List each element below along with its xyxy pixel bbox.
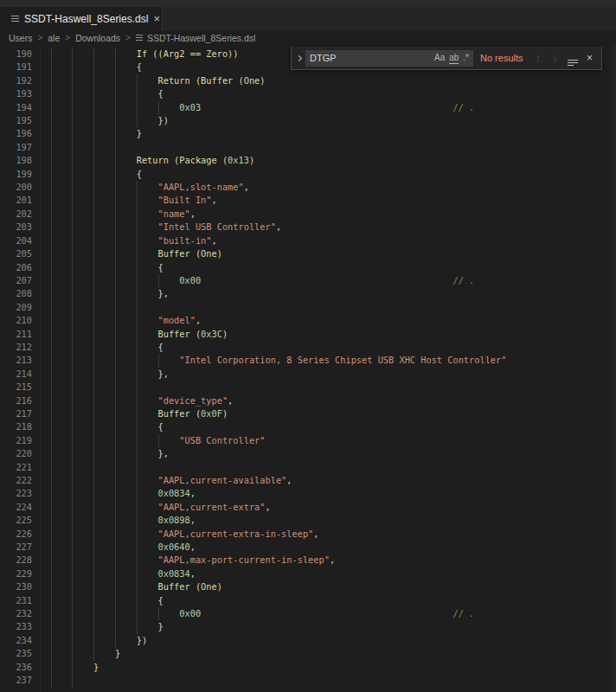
code-text: "Built In", (32, 194, 217, 207)
line-number: 224 (0, 501, 32, 514)
close-icon[interactable]: × (582, 52, 597, 64)
indent-guide (93, 461, 94, 474)
code-line[interactable]: 215 (0, 381, 616, 394)
code-line[interactable]: 230Buffer (One) (0, 580, 616, 593)
code-line[interactable]: 195}) (0, 114, 616, 127)
breadcrumb-item-file[interactable]: SSDT-Haswell_8Series.dsl (136, 33, 255, 43)
line-number: 191 (0, 61, 32, 74)
code-line[interactable]: 209 (0, 301, 616, 314)
code-line[interactable]: 235} (0, 647, 616, 660)
next-match-icon[interactable]: ↓ (548, 52, 562, 64)
line-number: 221 (0, 461, 32, 474)
line-number: 195 (0, 114, 32, 127)
breadcrumb-item-downloads[interactable]: Downloads (75, 33, 120, 43)
indent-guide (72, 381, 73, 394)
line-number: 211 (0, 328, 32, 341)
code-line[interactable]: 2070x00// . (0, 274, 616, 287)
code-line[interactable]: 203"Intel USB Controller", (0, 221, 616, 234)
code-line[interactable]: 217Buffer (0x0F) (0, 407, 616, 420)
code-text: 0x0898, (32, 514, 196, 527)
code-line[interactable]: 204"built-in", (0, 234, 616, 247)
regex-icon[interactable]: .* (463, 53, 469, 63)
chevron-separator: > (125, 33, 131, 42)
code-line[interactable]: 236} (0, 661, 616, 674)
code-line[interactable]: 200"AAPL,slot-name", (0, 181, 616, 194)
close-icon[interactable]: × (153, 13, 160, 24)
line-number: 230 (0, 580, 32, 593)
code-line[interactable]: 226"AAPL,current-extra-in-sleep", (0, 528, 616, 541)
line-number: 210 (0, 314, 32, 327)
find-results-status: No results (480, 53, 523, 63)
code-line[interactable]: 222"AAPL,current-available", (0, 474, 616, 487)
scrollbar[interactable] (612, 45, 616, 692)
code-line[interactable]: 206{ (0, 261, 616, 274)
code-text: "AAPL,current-extra-in-sleep", (32, 528, 318, 541)
breadcrumb-item-ale[interactable]: ale (48, 33, 60, 43)
line-number: 215 (0, 381, 32, 394)
code-line[interactable]: 1940x03// . (0, 101, 616, 114)
code-text: { (32, 87, 164, 100)
code-line[interactable]: 198Return (Package (0x13) (0, 154, 616, 167)
indent-guide (115, 141, 116, 154)
previous-match-icon[interactable]: ↑ (530, 52, 545, 64)
tab-title: SSDT-Haswell_8Series.dsl (24, 13, 148, 25)
code-line[interactable]: 2270x0640, (0, 541, 616, 554)
code-text: Buffer (One) (32, 580, 222, 593)
code-line[interactable]: 220}, (0, 447, 616, 460)
match-case-icon[interactable]: Aa (434, 53, 445, 63)
code-line[interactable]: 199{ (0, 168, 616, 181)
indent-guide (115, 461, 116, 474)
code-line[interactable]: 2250x0898, (0, 514, 616, 527)
code-line[interactable]: 202"name", (0, 208, 616, 221)
code-line[interactable]: 196} (0, 127, 616, 140)
find-in-selection-icon[interactable] (565, 51, 580, 66)
code-line[interactable]: 221 (0, 461, 616, 474)
code-line[interactable]: 234}) (0, 634, 616, 647)
code-text: Buffer (0x0F) (32, 407, 228, 420)
code-line[interactable]: 210"model", (0, 314, 616, 327)
code-line[interactable]: 237 (0, 674, 616, 687)
line-number: 218 (0, 420, 32, 433)
code-text: "built-in", (32, 234, 217, 247)
breadcrumb-item-users[interactable]: Users (9, 33, 32, 43)
trailing-comment: // . (453, 274, 475, 287)
code-line[interactable]: 231{ (0, 594, 616, 607)
code-line[interactable]: 216"device_type", (0, 394, 616, 407)
code-line[interactable]: 212{ (0, 341, 616, 354)
code-line[interactable]: 224"AAPL,current-extra", (0, 501, 616, 514)
code-line[interactable]: 208}, (0, 287, 616, 300)
indent-guide (115, 381, 116, 394)
line-number: 212 (0, 341, 32, 354)
code-line[interactable]: 233} (0, 620, 616, 633)
tab-ssdt-file[interactable]: SSDT-Haswell_8Series.dsl × (0, 7, 163, 30)
whole-word-icon[interactable]: ab (449, 53, 459, 64)
line-number: 219 (0, 434, 32, 447)
line-number: 232 (0, 607, 32, 620)
line-number: 193 (0, 87, 32, 100)
code-line[interactable]: 201"Built In", (0, 194, 616, 207)
code-editor[interactable]: 190If ((Arg2 == Zero))191{192Return (Buf… (0, 45, 616, 692)
code-line[interactable]: 2290x0834, (0, 567, 616, 580)
code-line[interactable]: 193{ (0, 87, 616, 100)
code-text: { (32, 420, 164, 433)
code-text: "Intel USB Controller", (32, 221, 281, 234)
code-line[interactable]: 197 (0, 141, 616, 154)
line-number: 216 (0, 394, 32, 407)
code-line[interactable]: 214}, (0, 368, 616, 381)
code-text: "model", (32, 314, 201, 327)
code-line[interactable]: 213"Intel Corporation, 8 Series Chipset … (0, 354, 616, 367)
code-line[interactable]: 2230x0834, (0, 487, 616, 500)
code-line[interactable]: 228"AAPL,max-port-current-in-sleep", (0, 554, 616, 567)
code-line[interactable]: 219"USB Controller" (0, 434, 616, 447)
code-line[interactable]: 218{ (0, 420, 616, 433)
find-input[interactable] (305, 53, 407, 63)
code-line[interactable]: 2320x00// . (0, 607, 616, 620)
code-text: 0x0640, (32, 541, 196, 554)
code-line[interactable]: 205Buffer (One) (0, 247, 616, 260)
toggle-replace-button[interactable] (292, 47, 305, 69)
line-number: 197 (0, 141, 32, 154)
code-text: "name", (32, 208, 196, 221)
indent-guide (51, 381, 52, 394)
code-line[interactable]: 211Buffer (0x3C) (0, 328, 616, 341)
code-line[interactable]: 192Return (Buffer (One) (0, 74, 616, 87)
